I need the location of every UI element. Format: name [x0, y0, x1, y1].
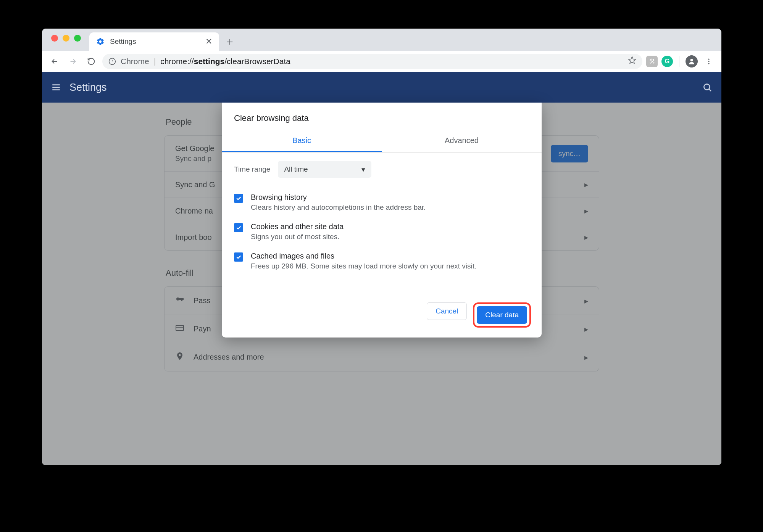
site-info-icon[interactable] — [108, 58, 116, 65]
maximize-window-icon[interactable] — [74, 35, 81, 42]
window-controls — [47, 29, 85, 51]
new-tab-button[interactable]: ＋ — [222, 34, 237, 49]
settings-appbar: Settings — [42, 72, 721, 103]
dialog-actions: Cancel Clear data — [222, 280, 542, 328]
back-button[interactable] — [47, 54, 62, 69]
dialog-title: Clear browsing data — [222, 103, 542, 131]
close-window-icon[interactable] — [51, 35, 58, 42]
option-description: Signs you out of most sites. — [251, 233, 344, 241]
checkbox-cache[interactable] — [234, 252, 243, 262]
chevron-down-icon: ▾ — [361, 165, 365, 174]
appbar-title: Settings — [69, 82, 107, 93]
clear-data-button[interactable]: Clear data — [477, 306, 527, 324]
bookmark-star-icon[interactable] — [628, 56, 636, 66]
option-title: Cached images and files — [251, 252, 476, 260]
time-range-select[interactable]: All time ▾ — [278, 161, 371, 178]
browser-window: Settings ✕ ＋ Chrome | chrome://settings/… — [42, 29, 721, 465]
highlight-annotation: Clear data — [473, 302, 531, 328]
checkbox-browsing-history[interactable] — [234, 194, 243, 203]
option-cache: Cached images and files Frees up 296 MB.… — [234, 246, 529, 276]
cancel-button[interactable]: Cancel — [427, 302, 467, 320]
time-range-label: Time range — [234, 165, 270, 174]
overflow-menu-icon[interactable] — [702, 54, 716, 69]
browser-tab[interactable]: Settings ✕ — [89, 32, 219, 51]
toolbar: Chrome | chrome://settings/clearBrowserD… — [42, 51, 721, 72]
option-description: Frees up 296 MB. Some sites may load mor… — [251, 262, 476, 270]
settings-content: People Get Google Sync and p sync… Sync … — [42, 103, 721, 465]
svg-point-1 — [690, 59, 693, 61]
time-range-row: Time range All time ▾ — [234, 161, 529, 178]
dialog-tabs: Basic Advanced — [222, 131, 542, 153]
svg-point-5 — [704, 84, 710, 90]
option-title: Cookies and other site data — [251, 222, 344, 231]
svg-point-4 — [708, 63, 709, 64]
reload-button[interactable] — [84, 54, 98, 69]
tab-advanced[interactable]: Advanced — [382, 131, 542, 152]
dialog-body: Time range All time ▾ Browsing history C… — [222, 153, 542, 280]
svg-point-3 — [708, 61, 709, 62]
option-title: Browsing history — [251, 193, 426, 202]
url-separator: | — [154, 57, 156, 66]
gear-icon — [96, 37, 105, 46]
extension-icon[interactable]: ℛ — [646, 56, 658, 67]
option-cookies: Cookies and other site data Signs you ou… — [234, 217, 529, 246]
hamburger-icon[interactable] — [51, 82, 61, 92]
url-path: chrome://settings/clearBrowserData — [160, 57, 290, 66]
url-origin: Chrome — [121, 57, 149, 66]
address-bar[interactable]: Chrome | chrome://settings/clearBrowserD… — [102, 54, 642, 69]
tab-basic[interactable]: Basic — [222, 131, 382, 152]
option-browsing-history: Browsing history Clears history and auto… — [234, 188, 529, 217]
profile-avatar[interactable] — [686, 55, 698, 68]
toolbar-divider — [679, 56, 679, 67]
svg-point-2 — [708, 58, 709, 59]
tab-strip: Settings ✕ ＋ — [42, 29, 721, 51]
time-range-value: All time — [284, 165, 308, 174]
grammarly-icon[interactable]: G — [661, 56, 673, 67]
close-tab-icon[interactable]: ✕ — [205, 37, 212, 47]
checkbox-cookies[interactable] — [234, 223, 243, 232]
tab-title: Settings — [110, 37, 200, 46]
search-icon[interactable] — [702, 82, 712, 92]
forward-button[interactable] — [66, 54, 80, 69]
minimize-window-icon[interactable] — [63, 35, 69, 42]
clear-browsing-data-dialog: Clear browsing data Basic Advanced Time … — [222, 103, 542, 338]
option-description: Clears history and autocompletions in th… — [251, 203, 426, 212]
